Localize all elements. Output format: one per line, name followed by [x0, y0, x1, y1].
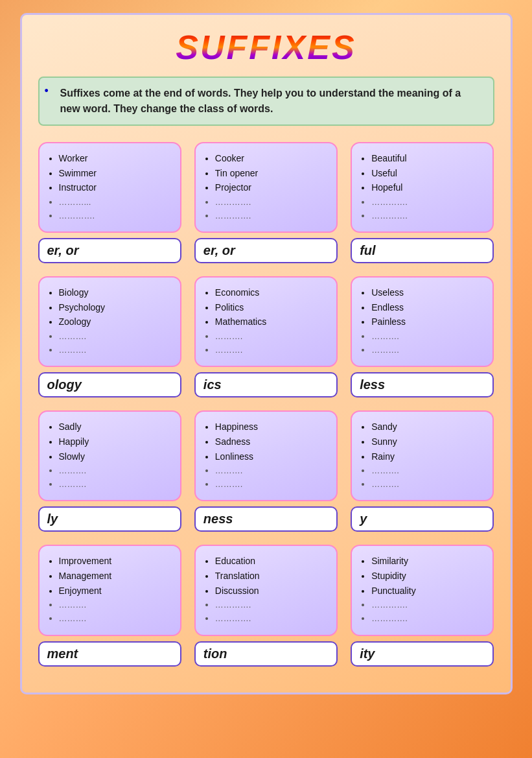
card-group-er-or: CookerTin openerProjector………….………….er, o… — [194, 142, 338, 263]
card-content-card-ful: BeautifulUsefulHopeful………….…………. — [351, 142, 494, 233]
list-item: Punctuality — [371, 585, 483, 598]
list-item: Happily — [59, 436, 171, 449]
card-label-card-ment: ment — [38, 641, 181, 667]
card-list-card-ics: EconomicsPoliticsMathematics……….………. — [202, 287, 327, 356]
card-group-ful: BeautifulUsefulHopeful………….………….ful — [351, 142, 494, 263]
list-item: Education — [215, 555, 327, 568]
card-list-card-er-or-2: CookerTin openerProjector………….…………. — [202, 152, 327, 222]
list-item: Happiness — [215, 421, 327, 434]
card-label-card-tion: tion — [194, 641, 338, 667]
card-label-text: ics — [203, 377, 222, 392]
card-content-card-ly: SadlyHappilySlowly……….………. — [38, 410, 181, 501]
list-item: ………. — [215, 331, 327, 342]
card-label-card-ness: ness — [194, 506, 338, 532]
list-item: Painless — [371, 316, 483, 329]
list-item: Mathematics — [215, 316, 327, 329]
card-label-card-ful: ful — [351, 238, 494, 263]
card-list-card-ness: HappinessSadnessLonliness……….………. — [202, 421, 327, 490]
list-item: ………. — [59, 479, 171, 490]
list-item: …………. — [215, 599, 327, 611]
list-item: Swimmer — [59, 167, 171, 180]
card-label-text: ness — [203, 512, 233, 526]
list-item: Sadness — [215, 436, 327, 449]
list-item: …………. — [371, 599, 483, 611]
card-content-card-y: SandySunnyRainy……….………. — [351, 410, 494, 501]
list-item: ………. — [371, 331, 483, 342]
list-item: …………. — [215, 196, 327, 208]
intro-text: Suffixes come at the end of words. They … — [50, 86, 483, 117]
list-item: …………. — [215, 210, 327, 222]
card-group-er-or: WorkerSwimmerInstructor………...………….er, or — [38, 142, 181, 263]
card-group-ly: SadlyHappilySlowly……….……….ly — [38, 410, 181, 532]
card-list-card-ity: SimilarityStupidityPunctuality………….…………. — [358, 555, 483, 624]
list-item: Similarity — [371, 555, 483, 568]
list-item: ………. — [59, 465, 171, 477]
card-label-text: y — [360, 512, 367, 526]
list-item: Sandy — [371, 421, 483, 434]
card-list-card-ment: ImprovementManagementEnjoyment……….………. — [46, 555, 171, 624]
intro-box: Suffixes come at the end of words. They … — [38, 77, 494, 126]
card-group-ity: SimilarityStupidityPunctuality………….………….… — [351, 545, 494, 666]
list-item: ………. — [59, 344, 171, 356]
list-item: ………. — [371, 479, 483, 490]
list-item: Enjoyment — [59, 585, 171, 598]
list-item: Stupidity — [371, 570, 483, 583]
card-label-text: er, or — [47, 243, 79, 257]
card-list-card-ly: SadlyHappilySlowly……….………. — [46, 421, 171, 490]
list-item: Useless — [371, 287, 483, 300]
card-label-card-less: less — [351, 372, 494, 397]
list-item: ………. — [371, 344, 483, 356]
card-group-less: UselessEndlessPainless……….……….less — [351, 276, 494, 397]
list-item: ………. — [59, 613, 171, 624]
card-label-card-er-or-1: er, or — [38, 238, 181, 263]
list-item: …………. — [371, 196, 483, 208]
list-item: Rainy — [371, 451, 483, 464]
list-item: Lonliness — [215, 451, 327, 464]
card-content-card-ics: EconomicsPoliticsMathematics……….………. — [194, 276, 338, 367]
list-item: …………. — [215, 613, 327, 624]
card-list-card-y: SandySunnyRainy……….………. — [358, 421, 483, 490]
cards-grid: WorkerSwimmerInstructor………...………….er, or… — [38, 142, 494, 667]
card-label-text: ology — [47, 377, 82, 392]
card-label-card-ity: ity — [351, 641, 494, 667]
list-item: ………. — [215, 465, 327, 477]
card-list-card-ology: BiologyPsychologyZoology……….………. — [46, 287, 171, 356]
list-item: Worker — [59, 152, 171, 165]
card-label-text: less — [360, 377, 385, 392]
card-label-card-er-or-2: er, or — [194, 238, 338, 263]
card-content-card-er-or-1: WorkerSwimmerInstructor………...…………. — [38, 142, 181, 233]
list-item: Politics — [215, 302, 327, 314]
title-section: SUFFIXES — [38, 28, 494, 67]
list-item: Sunny — [371, 436, 483, 449]
list-item: Discussion — [215, 585, 327, 598]
card-label-card-ics: ics — [194, 372, 338, 397]
card-group-ics: EconomicsPoliticsMathematics……….……….ics — [194, 276, 338, 397]
list-item: Improvement — [59, 555, 171, 568]
card-content-card-ology: BiologyPsychologyZoology……….………. — [38, 276, 181, 367]
list-item: Cooker — [215, 152, 327, 165]
list-item: Hopeful — [371, 182, 483, 195]
list-item: ………. — [215, 479, 327, 490]
card-label-text: ly — [47, 512, 58, 526]
list-item: Slowly — [59, 451, 171, 464]
list-item: ………. — [59, 331, 171, 342]
list-item: ………. — [215, 344, 327, 356]
card-list-card-less: UselessEndlessPainless……….………. — [358, 287, 483, 356]
list-item: ………. — [371, 465, 483, 477]
list-item: Projector — [215, 182, 327, 195]
list-item: Translation — [215, 570, 327, 583]
card-content-card-ness: HappinessSadnessLonliness……….………. — [194, 410, 338, 501]
list-item: Endless — [371, 302, 483, 314]
list-item: Instructor — [59, 182, 171, 195]
card-content-card-er-or-2: CookerTin openerProjector………….…………. — [194, 142, 338, 233]
card-group-ness: HappinessSadnessLonliness……….……….ness — [194, 410, 338, 532]
card-list-card-er-or-1: WorkerSwimmerInstructor………...…………. — [46, 152, 171, 222]
card-content-card-ment: ImprovementManagementEnjoyment……….………. — [38, 545, 181, 635]
list-item: Beautiful — [371, 152, 483, 165]
list-item: Biology — [59, 287, 171, 300]
list-item: …………. — [371, 613, 483, 624]
card-label-card-y: y — [351, 506, 494, 532]
card-label-text: ful — [360, 243, 375, 257]
card-content-card-tion: EducationTranslationDiscussion………….…………. — [194, 545, 338, 635]
list-item: Useful — [371, 167, 483, 180]
